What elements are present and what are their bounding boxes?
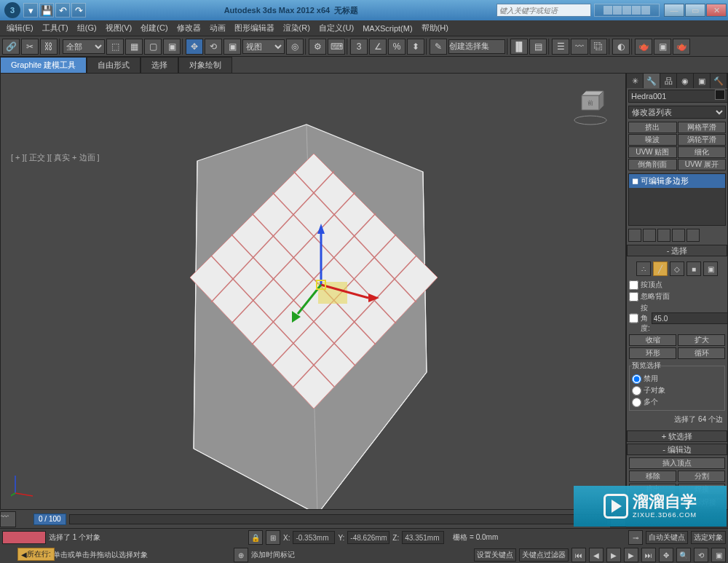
snap-toggle-icon[interactable]: 3 [350, 39, 368, 55]
addtime-icon[interactable]: ⊕ [234, 548, 248, 562]
subobj-edge-icon[interactable]: ╱ [653, 261, 668, 276]
material-editor-icon[interactable]: ◐ [612, 39, 630, 55]
play-end-icon[interactable]: ⏭ [641, 548, 656, 562]
schematic-icon[interactable]: ⿻ [590, 39, 607, 55]
bind-icon[interactable]: ⛓ [40, 39, 58, 55]
addtime-label[interactable]: 添加时间标记 [251, 550, 295, 560]
btn-extrude[interactable]: 挤出 [628, 122, 677, 133]
display-tab-icon[interactable]: ▣ [694, 74, 711, 88]
layers-icon[interactable]: ☰ [552, 39, 569, 55]
curve-editor-icon[interactable]: 〰 [571, 39, 588, 55]
menu-tools[interactable]: 工具(T) [38, 21, 73, 35]
btn-uvwmap[interactable]: UVW 贴图 [628, 146, 677, 158]
pivot-icon[interactable]: ◎ [286, 39, 304, 55]
menu-help[interactable]: 帮助(H) [417, 21, 453, 35]
show-end-icon[interactable] [643, 229, 656, 242]
btn-noise[interactable]: 噪波 [628, 134, 677, 146]
setkey-button[interactable]: 设置关键点 [474, 548, 516, 562]
btn-meshsmooth[interactable]: 网格平滑 [678, 122, 727, 133]
play-icon[interactable]: ▶ [606, 548, 621, 562]
nav-max-icon[interactable]: ▣ [711, 548, 726, 562]
menu-edit[interactable]: 编辑(E) [2, 21, 38, 35]
frame-indicator[interactable]: 0 / 100 [33, 513, 66, 525]
rollout-selection[interactable]: - 选择 [627, 245, 727, 256]
scale-icon[interactable]: ▣ [223, 39, 241, 55]
qat-undo-icon[interactable]: ↶ [55, 3, 70, 17]
move-icon[interactable]: ✥ [186, 39, 203, 55]
play-next-icon[interactable]: ▶ [624, 548, 638, 562]
btn-shrink[interactable]: 收缩 [629, 334, 676, 346]
btn-chamfermod[interactable]: 倒角剖面 [628, 159, 677, 170]
link-icon[interactable]: 🔗 [2, 39, 20, 55]
subobj-polygon-icon[interactable]: ■ [687, 261, 701, 276]
menu-create[interactable]: 创建(C) [136, 21, 172, 35]
radio-subobj[interactable]: 子对象 [632, 385, 722, 396]
mini-curve-icon[interactable]: 〰 [0, 511, 16, 527]
menu-grapheditors[interactable]: 图形编辑器 [230, 21, 279, 35]
radio-multi[interactable]: 多个 [632, 396, 722, 408]
selection-filter[interactable]: 全部 [63, 39, 105, 54]
mirror-icon[interactable]: ▐▌ [510, 39, 528, 55]
key-mode-icon[interactable]: ⊸ [628, 530, 643, 545]
percent-snap-icon[interactable]: % [388, 39, 405, 55]
rotate-icon[interactable]: ⟲ [205, 39, 222, 55]
select-name-icon[interactable]: ▦ [125, 39, 143, 55]
stack-item-editable-poly[interactable]: ◼ 可编辑多边形 [629, 174, 725, 188]
edit-selset-icon[interactable]: ✎ [430, 39, 447, 55]
chk-byangle[interactable]: 按角度: [629, 302, 650, 334]
ribbon-tab-graphite[interactable]: Graphite 建模工具 [0, 57, 87, 73]
btn-remove[interactable]: 移除 [629, 471, 676, 482]
angle-snap-icon[interactable]: ∠ [369, 39, 387, 55]
btn-turbosmooth[interactable]: 涡轮平滑 [678, 134, 727, 146]
chk-ignoreback[interactable]: 忽略背面 [629, 291, 725, 302]
ribbon-tab-selection[interactable]: 选择 [141, 57, 178, 73]
app-logo[interactable]: 3 [4, 2, 20, 18]
object-name-input[interactable] [628, 90, 728, 103]
btn-uvwunwrap[interactable]: UVW 展开 [678, 159, 727, 170]
remove-mod-icon[interactable] [672, 229, 685, 242]
coord-x-input[interactable] [293, 531, 335, 544]
btn-grow[interactable]: 扩大 [678, 334, 725, 346]
select-region-icon[interactable]: ▢ [144, 39, 162, 55]
unique-icon[interactable] [657, 229, 670, 242]
keyboard-icon[interactable]: ⌨ [328, 39, 345, 55]
menu-customize[interactable]: 自定义(U) [314, 21, 358, 35]
align-icon[interactable]: ▤ [529, 39, 547, 55]
ref-coord-system[interactable]: 视图 [242, 39, 285, 54]
nav-pan-icon[interactable]: ✥ [659, 548, 673, 562]
qat-redo-icon[interactable]: ↷ [71, 3, 86, 17]
nav-zoom-icon[interactable]: 🔍 [676, 548, 691, 562]
lock-icon[interactable]: 🔒 [248, 530, 263, 545]
selkey-combo[interactable]: 选定对象 [691, 531, 726, 544]
window-crossing-icon[interactable]: ▣ [163, 39, 181, 55]
ribbon-tab-freeform[interactable]: 自由形式 [87, 57, 141, 73]
btn-loop[interactable]: 循环 [678, 347, 725, 359]
utilities-tab-icon[interactable]: 🔨 [711, 74, 727, 88]
spinner-snap-icon[interactable]: ⬍ [407, 39, 424, 55]
menu-animation[interactable]: 动画 [205, 21, 230, 35]
rollout-editedge[interactable]: - 编辑边 [627, 444, 727, 455]
abs-rel-icon[interactable]: ⊞ [266, 530, 280, 545]
maximize-button[interactable]: ▭ [685, 4, 705, 17]
modify-tab-icon[interactable]: 🔧 [644, 74, 660, 88]
modifier-stack[interactable]: ◼ 可编辑多边形 [628, 173, 726, 226]
menu-modifiers[interactable]: 修改器 [173, 21, 205, 35]
select-icon[interactable]: ⬚ [106, 39, 124, 55]
btn-ring[interactable]: 环形 [629, 347, 676, 359]
menu-maxscript[interactable]: MAXScript(M) [358, 23, 416, 34]
create-tab-icon[interactable]: ✳ [627, 74, 644, 88]
qat-open-icon[interactable]: ▾ [23, 3, 38, 17]
play-start-icon[interactable]: ⏮ [571, 548, 586, 562]
coord-z-input[interactable] [402, 531, 444, 544]
ribbon-tab-paint[interactable]: 对象绘制 [178, 57, 232, 73]
subobj-element-icon[interactable]: ▣ [703, 261, 718, 276]
subobj-border-icon[interactable]: ◇ [670, 261, 684, 276]
configure-icon[interactable] [687, 229, 700, 242]
menu-views[interactable]: 视图(V) [101, 21, 137, 35]
render-setup-icon[interactable]: 🫖 [635, 39, 652, 55]
modifier-list[interactable]: 修改器列表 [628, 106, 726, 119]
selection-lock-icon[interactable] [2, 531, 46, 544]
object-color-swatch[interactable] [715, 90, 725, 100]
rollout-softsel[interactable]: + 软选择 [627, 430, 727, 442]
timeline-track[interactable] [69, 514, 607, 524]
